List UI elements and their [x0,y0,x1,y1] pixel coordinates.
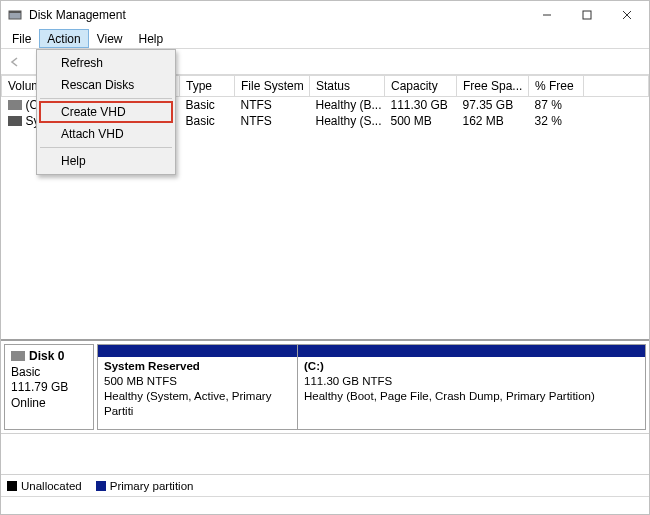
legend-swatch-primary [96,481,106,491]
partition[interactable]: (C:) 111.30 GB NTFS Healthy (Boot, Page … [298,345,645,429]
cell-fs: NTFS [235,113,310,129]
legend: Unallocated Primary partition [1,474,649,496]
cell-pct: 87 % [529,97,584,114]
maximize-button[interactable] [567,1,607,29]
svg-rect-3 [583,11,591,19]
legend-label: Primary partition [110,480,194,492]
partition-status: Healthy (System, Active, Primary Partiti [104,389,291,419]
col-status[interactable]: Status [310,76,385,97]
col-pct[interactable]: % Free [529,76,584,97]
col-fs[interactable]: File System [235,76,310,97]
svg-rect-1 [9,11,21,13]
cell-type: Basic [180,97,235,114]
menu-bar: File Action View Help [1,29,649,49]
menu-file[interactable]: File [4,29,39,48]
partition-sub: 111.30 GB NTFS [304,374,639,389]
cell-status: Healthy (S... [310,113,385,129]
menu-refresh[interactable]: Refresh [39,52,173,74]
app-icon [7,7,23,23]
partition-map: System Reserved 500 MB NTFS Healthy (Sys… [97,344,646,430]
disk-name: Disk 0 [29,349,64,363]
menu-attach-vhd[interactable]: Attach VHD [39,123,173,145]
col-capacity[interactable]: Capacity [385,76,457,97]
disk-type: Basic [11,365,87,381]
menu-action[interactable]: Action [39,29,88,48]
disk-state: Online [11,396,87,412]
cell-capacity: 500 MB [385,113,457,129]
menu-help[interactable]: Help [131,29,172,48]
cell-free: 97.35 GB [457,97,529,114]
title-bar: Disk Management [1,1,649,29]
partition-title: System Reserved [104,359,291,374]
cell-status: Healthy (B... [310,97,385,114]
close-button[interactable] [607,1,647,29]
cell-type: Basic [180,113,235,129]
minimize-button[interactable] [527,1,567,29]
cell-free: 162 MB [457,113,529,129]
col-spacer [584,76,649,97]
cell-pct: 32 % [529,113,584,129]
disk-row[interactable]: Disk 0 Basic 111.79 GB Online System Res… [1,341,649,434]
volume-icon [8,116,22,126]
menu-separator [40,98,172,99]
partition-sub: 500 MB NTFS [104,374,291,389]
disk-graphic-pane: Disk 0 Basic 111.79 GB Online System Res… [1,339,649,474]
partition-status: Healthy (Boot, Page File, Crash Dump, Pr… [304,389,639,404]
menu-view[interactable]: View [89,29,131,48]
col-free[interactable]: Free Spa... [457,76,529,97]
partition[interactable]: System Reserved 500 MB NTFS Healthy (Sys… [98,345,298,429]
app-title: Disk Management [29,8,527,22]
volume-icon [8,100,22,110]
legend-label: Unallocated [21,480,82,492]
status-bar [1,496,649,514]
back-icon[interactable] [7,54,23,70]
menu-create-vhd[interactable]: Create VHD [39,101,173,123]
partition-title: (C:) [304,359,639,374]
disk-icon [11,351,25,361]
partition-stripe [298,345,645,357]
menu-separator [40,147,172,148]
menu-rescan-disks[interactable]: Rescan Disks [39,74,173,96]
cell-capacity: 111.30 GB [385,97,457,114]
disk-header: Disk 0 Basic 111.79 GB Online [4,344,94,430]
col-type[interactable]: Type [180,76,235,97]
menu-help[interactable]: Help [39,150,173,172]
legend-swatch-unallocated [7,481,17,491]
cell-fs: NTFS [235,97,310,114]
disk-size: 111.79 GB [11,380,87,396]
action-menu-dropdown: Refresh Rescan Disks Create VHD Attach V… [36,49,176,175]
partition-stripe [98,345,297,357]
